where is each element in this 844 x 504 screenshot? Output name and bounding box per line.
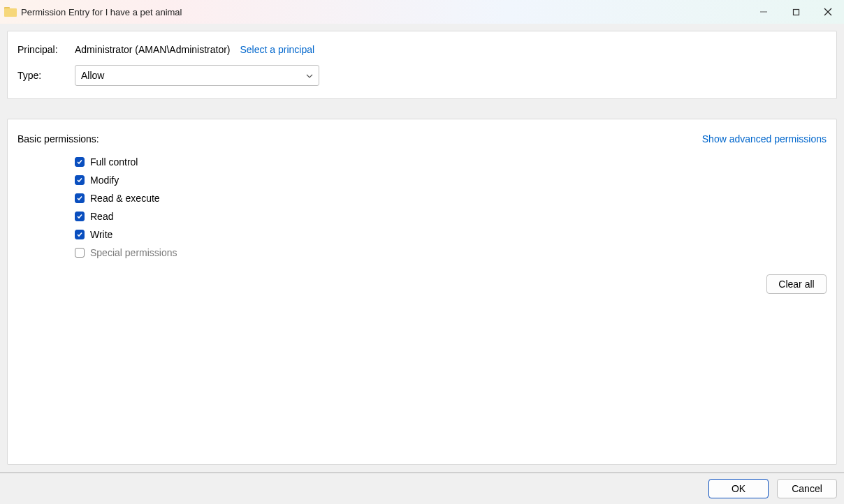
principal-row: Principal: Administrator (AMAN\Administr… [17, 44, 827, 55]
type-label: Type: [17, 70, 75, 81]
principal-label: Principal: [17, 44, 75, 55]
permission-checkbox [75, 248, 85, 258]
permission-checkbox[interactable] [75, 157, 85, 167]
permission-row: Read [75, 207, 827, 225]
show-advanced-permissions-link[interactable]: Show advanced permissions [702, 133, 827, 144]
ok-button[interactable]: OK [708, 479, 769, 498]
permission-label: Full control [90, 156, 138, 168]
permission-checkbox[interactable] [75, 212, 85, 221]
select-principal-link[interactable]: Select a principal [240, 44, 315, 55]
clear-all-button[interactable]: Clear all [766, 274, 827, 294]
window-controls [748, 0, 844, 24]
type-select[interactable]: Allow [75, 65, 319, 86]
permission-label: Write [90, 229, 112, 240]
chevron-down-icon [306, 72, 313, 80]
content-area: Principal: Administrator (AMAN\Administr… [0, 24, 844, 472]
maximize-button[interactable] [780, 0, 812, 24]
cancel-button[interactable]: Cancel [777, 479, 837, 498]
principal-value: Administrator (AMAN\Administrator) [75, 44, 231, 55]
permission-row: Special permissions [75, 244, 827, 262]
close-button[interactable] [812, 0, 844, 24]
permission-row: Modify [75, 171, 827, 189]
permission-label: Read & execute [90, 193, 160, 204]
basic-permissions-label: Basic permissions: [17, 133, 99, 144]
permission-checkbox[interactable] [75, 230, 85, 239]
clear-all-wrap: Clear all [17, 274, 827, 294]
type-row: Type: Allow [17, 65, 827, 86]
titlebar: Permission Entry for I have a pet animal [0, 0, 844, 24]
permission-checkbox[interactable] [75, 175, 85, 185]
permission-label: Modify [90, 175, 119, 186]
permission-checkbox[interactable] [75, 193, 85, 203]
folder-icon [4, 7, 17, 17]
permissions-header: Basic permissions: Show advanced permiss… [17, 133, 827, 144]
principal-panel: Principal: Administrator (AMAN\Administr… [7, 31, 837, 99]
permission-label: Special permissions [90, 247, 177, 258]
type-select-value: Allow [81, 70, 104, 81]
window-title: Permission Entry for I have a pet animal [21, 7, 182, 17]
permission-row: Write [75, 225, 827, 244]
minimize-button[interactable] [748, 0, 780, 24]
svg-rect-1 [793, 9, 799, 15]
permissions-panel: Basic permissions: Show advanced permiss… [7, 119, 837, 465]
permission-row: Read & execute [75, 189, 827, 207]
permissions-checklist: Full controlModifyRead & executeReadWrit… [75, 153, 827, 262]
footer: OK Cancel [0, 473, 844, 504]
permission-row: Full control [75, 153, 827, 171]
permission-label: Read [90, 211, 113, 222]
